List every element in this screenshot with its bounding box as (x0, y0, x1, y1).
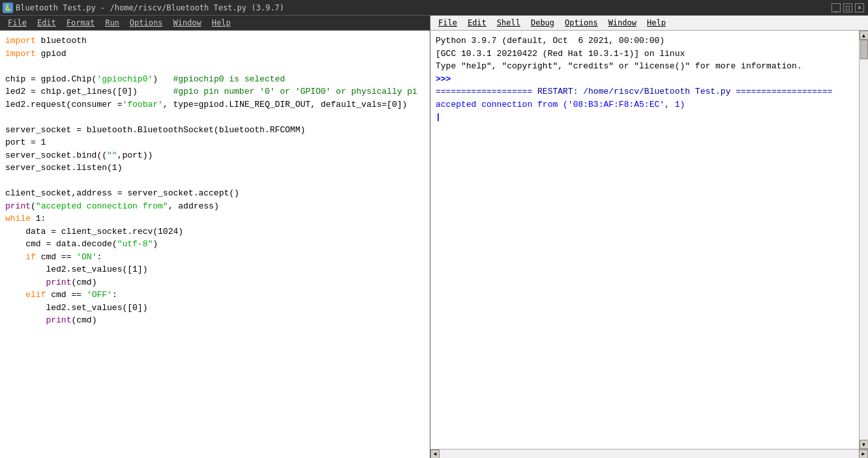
editor-menu-edit[interactable]: Edit (32, 17, 61, 29)
editor-panel: File Edit Format Run Options Window Help… (0, 16, 430, 458)
shell-menu-shell[interactable]: Shell (492, 17, 526, 29)
editor-menu-window[interactable]: Window (168, 17, 206, 29)
editor-menu-options[interactable]: Options (125, 17, 168, 29)
editor-menu-format[interactable]: Format (61, 17, 100, 29)
code-editor[interactable]: import bluetooth import gpiod chip = gpi… (0, 31, 430, 458)
scroll-thumb[interactable] (860, 40, 868, 59)
editor-menu-run[interactable]: Run (100, 17, 125, 29)
shell-output[interactable]: Python 3.9.7 (default, Oct 6 2021, 00:00… (430, 31, 859, 449)
shell-menu-window[interactable]: Window (603, 17, 642, 29)
shell-scrollbar-container: Python 3.9.7 (default, Oct 6 2021, 00:00… (430, 31, 868, 449)
window-title: Bluetooth Test.py - /home/riscv/Bluetoot… (16, 3, 284, 12)
scroll-track[interactable] (860, 40, 868, 440)
title-bar: 🐍 Bluetooth Test.py - /home/riscv/Blueto… (0, 0, 868, 16)
editor-menu-help[interactable]: Help (207, 17, 236, 29)
editor-menubar: File Edit Format Run Options Window Help (0, 16, 430, 31)
shell-menu-edit[interactable]: Edit (462, 17, 492, 29)
minimize-button[interactable]: _ (831, 3, 841, 12)
python-icon: 🐍 (3, 3, 13, 13)
vertical-scrollbar[interactable]: ▲ ▼ (859, 31, 868, 449)
scroll-left-button[interactable]: ◀ (430, 450, 440, 459)
shell-menu-help[interactable]: Help (642, 17, 671, 29)
shell-panel: File Edit Shell Debug Options Window Hel… (430, 16, 868, 458)
horizontal-scrollbar[interactable]: ◀ ▶ (430, 449, 868, 458)
main-container: File Edit Format Run Options Window Help… (0, 16, 868, 458)
scroll-up-button[interactable]: ▲ (860, 31, 869, 40)
shell-menu-file[interactable]: File (433, 17, 462, 29)
editor-menu-file[interactable]: File (3, 17, 32, 29)
close-button[interactable]: × (855, 3, 864, 12)
scroll-right-button[interactable]: ▶ (859, 450, 868, 459)
shell-menubar: File Edit Shell Debug Options Window Hel… (430, 16, 868, 31)
maximize-button[interactable]: □ (843, 3, 852, 12)
h-scroll-track[interactable] (440, 450, 859, 458)
title-bar-left: 🐍 Bluetooth Test.py - /home/riscv/Blueto… (0, 3, 284, 13)
shell-menu-debug[interactable]: Debug (526, 17, 560, 29)
window-controls[interactable]: _ □ × (831, 3, 868, 12)
scroll-down-button[interactable]: ▼ (860, 440, 869, 449)
shell-menu-options[interactable]: Options (560, 17, 603, 29)
